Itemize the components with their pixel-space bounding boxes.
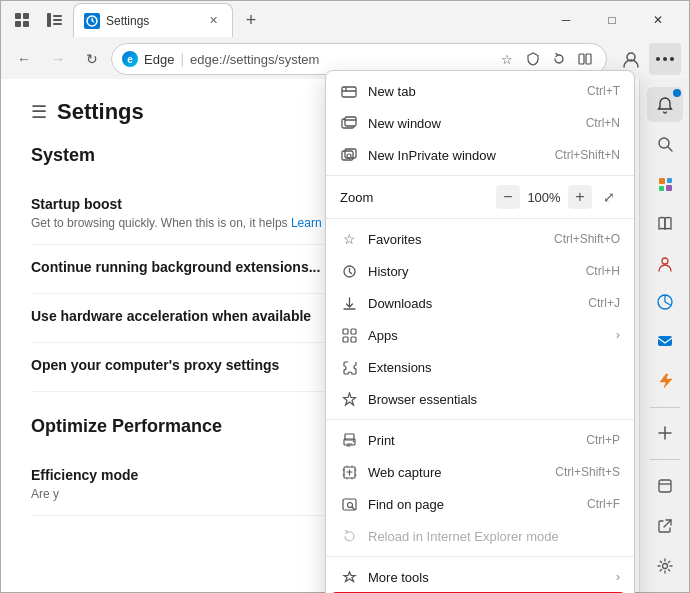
menu-section-new: New tab Ctrl+T New window Ctrl+N xyxy=(326,71,634,176)
svg-rect-31 xyxy=(345,117,356,126)
svg-rect-3 xyxy=(23,21,29,27)
menu-section-browse: ☆ Favorites Ctrl+Shift+O History Ctrl+H … xyxy=(326,219,634,420)
menu-item-browser-essentials[interactable]: Browser essentials xyxy=(326,383,634,415)
menu-item-new-window[interactable]: New window Ctrl+N xyxy=(326,107,634,139)
sidebar-bell-icon[interactable] xyxy=(647,87,683,122)
sidebar-divider-1 xyxy=(650,407,680,408)
svg-rect-4 xyxy=(47,13,51,27)
history-shortcut: Ctrl+H xyxy=(586,264,620,278)
new-tab-icon xyxy=(340,82,358,100)
find-on-page-icon xyxy=(340,495,358,513)
menu-item-print[interactable]: Print Ctrl+P xyxy=(326,424,634,456)
tab-bar: Settings ✕ + xyxy=(9,3,537,37)
sidebar-external-link-icon[interactable] xyxy=(647,508,683,544)
svg-point-42 xyxy=(352,440,354,442)
new-tab-button[interactable]: + xyxy=(237,6,265,34)
menu-item-history[interactable]: History Ctrl+H xyxy=(326,255,634,287)
zoom-label: Zoom xyxy=(340,190,490,205)
new-window-icon xyxy=(340,114,358,132)
svg-rect-17 xyxy=(659,178,665,184)
maximize-button[interactable]: □ xyxy=(589,4,635,36)
new-inprivate-shortcut: Ctrl+Shift+N xyxy=(555,148,620,162)
address-url: edge://settings/system xyxy=(190,52,490,67)
zoom-in-button[interactable]: + xyxy=(568,185,592,209)
apps-arrow: › xyxy=(616,328,620,342)
more-actions-button[interactable] xyxy=(649,43,681,75)
menu-section-tools: Print Ctrl+P Web capture Ctrl+Shift+S xyxy=(326,420,634,557)
window-controls: ─ □ ✕ xyxy=(543,4,681,36)
downloads-label: Downloads xyxy=(368,296,578,311)
menu-item-find-on-page[interactable]: Find on page Ctrl+F xyxy=(326,488,634,520)
split-screen-icon[interactable] xyxy=(574,48,596,70)
sidebar-divider-2 xyxy=(650,459,680,460)
sidebar-bottom xyxy=(647,455,683,584)
new-tab-shortcut: Ctrl+T xyxy=(587,84,620,98)
menu-item-downloads[interactable]: Downloads Ctrl+J xyxy=(326,287,634,319)
address-separator: | xyxy=(180,51,184,67)
sidebar-outlook-icon[interactable] xyxy=(647,324,683,359)
favorites-star-icon[interactable]: ☆ xyxy=(496,48,518,70)
apps-icon xyxy=(340,326,358,344)
zoom-value: 100% xyxy=(526,190,562,205)
sidebar-search-icon[interactable] xyxy=(647,126,683,161)
svg-rect-0 xyxy=(15,13,21,19)
sidebar-lightning-icon[interactable] xyxy=(647,363,683,398)
browser-essentials-icon xyxy=(340,390,358,408)
svg-rect-5 xyxy=(53,15,62,17)
svg-rect-6 xyxy=(53,19,62,21)
more-tools-icon xyxy=(340,568,358,586)
new-tab-label: New tab xyxy=(368,84,577,99)
svg-point-21 xyxy=(662,258,668,264)
svg-rect-1 xyxy=(23,13,29,19)
menu-section-more: More tools › Settings xyxy=(326,557,634,593)
sidebar-book-icon[interactable] xyxy=(647,205,683,240)
close-button[interactable]: ✕ xyxy=(635,4,681,36)
svg-rect-9 xyxy=(579,54,584,64)
new-window-shortcut: Ctrl+N xyxy=(586,116,620,130)
shield-icon[interactable] xyxy=(522,48,544,70)
zoom-out-button[interactable]: − xyxy=(496,185,520,209)
menu-item-web-capture[interactable]: Web capture Ctrl+Shift+S xyxy=(326,456,634,488)
sidebar-collections-icon[interactable] xyxy=(647,166,683,201)
new-window-label: New window xyxy=(368,116,576,131)
zoom-expand-button[interactable]: ⤢ xyxy=(598,186,620,208)
sidebar-user-icon[interactable] xyxy=(647,245,683,280)
menu-item-new-inprivate[interactable]: New InPrivate window Ctrl+Shift+N xyxy=(326,139,634,171)
sidebar-toggle-icon[interactable]: ☰ xyxy=(31,101,47,123)
sidebar-chart-icon[interactable] xyxy=(647,284,683,319)
forward-button[interactable]: → xyxy=(43,44,73,74)
svg-point-15 xyxy=(659,138,669,148)
print-label: Print xyxy=(368,433,576,448)
menu-item-favorites[interactable]: ☆ Favorites Ctrl+Shift+O xyxy=(326,223,634,255)
minimize-button[interactable]: ─ xyxy=(543,4,589,36)
svg-rect-36 xyxy=(343,329,348,334)
back-button[interactable]: ← xyxy=(9,44,39,74)
tab-list-button[interactable] xyxy=(9,6,37,34)
apps-label: Apps xyxy=(368,328,606,343)
history-icon xyxy=(340,262,358,280)
svg-point-12 xyxy=(656,57,660,61)
menu-item-new-tab[interactable]: New tab Ctrl+T xyxy=(326,75,634,107)
tab-settings[interactable]: Settings ✕ xyxy=(73,3,233,37)
find-on-page-label: Find on page xyxy=(368,497,577,512)
extensions-icon xyxy=(340,358,358,376)
more-tools-arrow: › xyxy=(616,570,620,584)
vertical-tabs-button[interactable] xyxy=(41,6,69,34)
extensions-label: Extensions xyxy=(368,360,620,375)
sidebar-gear-icon[interactable] xyxy=(647,548,683,584)
sidebar-add-icon[interactable] xyxy=(647,416,683,451)
find-on-page-shortcut: Ctrl+F xyxy=(587,497,620,511)
menu-item-apps[interactable]: Apps › xyxy=(326,319,634,351)
reload-icon[interactable] xyxy=(548,48,570,70)
sidebar-square-icon[interactable] xyxy=(647,468,683,504)
title-bar: Settings ✕ + ─ □ ✕ xyxy=(1,1,689,39)
menu-item-reload-ie[interactable]: Reload in Internet Explorer mode xyxy=(326,520,634,552)
svg-rect-10 xyxy=(586,54,591,64)
page-title: Settings xyxy=(57,99,144,125)
menu-item-extensions[interactable]: Extensions xyxy=(326,351,634,383)
menu-item-more-tools[interactable]: More tools › xyxy=(326,561,634,593)
zoom-row: Zoom − 100% + ⤢ xyxy=(326,180,634,214)
tab-close-button[interactable]: ✕ xyxy=(204,12,222,30)
refresh-button[interactable]: ↻ xyxy=(77,44,107,74)
svg-rect-23 xyxy=(658,336,672,346)
